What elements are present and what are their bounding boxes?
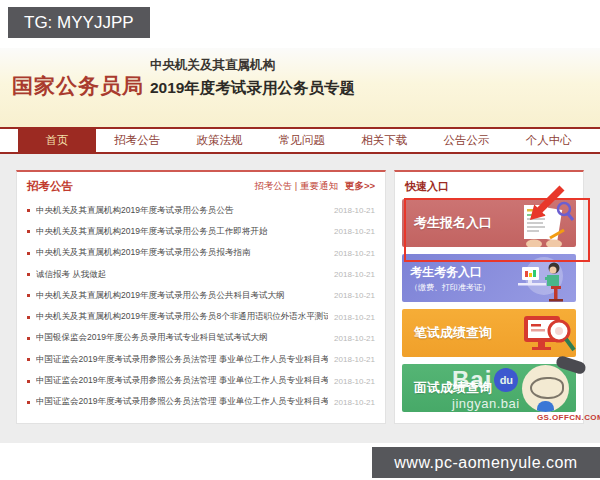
announcement-date: 2018-10-21 <box>334 227 375 236</box>
list-item: 中央机关及其直属机构2019年度考试录用公务员8个非通用语职位外语水平测试考试大… <box>27 306 375 327</box>
list-bullet <box>27 294 30 297</box>
tg-watermark-badge: TG: MYYJJPP <box>8 7 150 38</box>
announcement-date: 2018-10-21 <box>334 334 375 343</box>
nav-tab-home[interactable]: 首页 <box>18 129 96 152</box>
announcement-link[interactable]: 中国银保监会2019年度公务员录用考试专业科目笔试考试大纲 <box>36 332 328 344</box>
list-bullet <box>27 230 30 233</box>
announcement-link[interactable]: 中央机关及其直属机构2019年度考试录用公务员公共科目考试大纲 <box>36 290 328 302</box>
written-score-query-button[interactable]: 笔试成绩查询 <box>402 309 576 357</box>
announcement-link[interactable]: 诚信报考 从我做起 <box>36 269 328 281</box>
announcement-date: 2018-10-21 <box>334 355 375 364</box>
announcement-date: 2018-10-21 <box>334 291 375 300</box>
list-bullet <box>27 209 30 212</box>
subtitle-line1: 中央机关及其直属机构 <box>150 57 355 74</box>
announcements-panel: 招考公告 招考公告 | 重要通知 更多>> 中央机关及其直属机构2019年度考试… <box>16 170 386 424</box>
more-link[interactable]: 更多>> <box>345 180 375 193</box>
nav-tab-announcements[interactable]: 招考公告 <box>96 129 178 152</box>
list-item: 中央机关及其直属机构2019年度考试录用公务员公告 2018-10-21 <box>27 200 375 221</box>
site-logo: 国家公务员局 <box>12 72 144 100</box>
exam-affairs-label: 考生考务入口 （缴费、打印准考证） <box>410 264 490 293</box>
list-bullet <box>27 316 30 319</box>
monitor-magnifier-illustration <box>496 309 576 357</box>
list-bullet <box>27 380 30 383</box>
subtitle-line2: 2019年度考试录用公务员专题 <box>150 78 355 99</box>
quick-entry-buttons: 考生报名入口 <box>395 197 583 412</box>
interview-score-query-button[interactable]: 面试成绩查询 <box>402 364 576 412</box>
announcement-date: 2018-10-21 <box>334 270 375 279</box>
announcements-title: 招考公告 <box>27 179 73 194</box>
list-item: 诚信报考 从我做起 2018-10-21 <box>27 264 375 285</box>
list-item: 中国银保监会2019年度公务员录用考试专业科目笔试考试大纲 2018-10-21 <box>27 328 375 349</box>
site-url-watermark-badge: www.pc-aomenyule.com <box>372 447 600 478</box>
announcement-link[interactable]: 中央机关及其直属机构2019年度考试录用公务员8个非通用语职位外语水平测试考试大… <box>36 311 328 323</box>
announcement-link[interactable]: 中央机关及其直属机构2019年度考试录用公务员工作即将开始 <box>36 226 328 238</box>
gov-website: 国家公务员局 中央机关及其直属机构 2019年度考试录用公务员专题 首页 招考公… <box>0 48 600 443</box>
screenshot-canvas: TG: MYYJJPP 国家公务员局 中央机关及其直属机构 2019年度考试录用… <box>0 0 600 480</box>
list-bullet <box>27 273 30 276</box>
list-item: 中国证监会2019年度考试录用参照公务员法管理 事业单位工作人员专业科目考试大纲… <box>27 349 375 370</box>
list-item: 中央机关及其直属机构2019年度考试录用公务员工作即将开始 2018-10-21 <box>27 221 375 242</box>
list-bullet <box>27 401 30 404</box>
quick-entry-title: 快速入口 <box>395 172 583 197</box>
announcement-date: 2018-10-21 <box>334 249 375 258</box>
nav-tab-public-notice[interactable]: 公告公示 <box>425 129 507 152</box>
list-item: 中国证监会2019年度考试录用参照公务员法管理 事业单位工作人员专业科目考试大纲… <box>27 392 375 413</box>
exam-affairs-entry-button[interactable]: 考生考务入口 （缴费、打印准考证） <box>402 254 576 302</box>
announcement-link[interactable]: 中央机关及其直属机构2019年度考试录用公务员报考指南 <box>36 247 328 259</box>
announcements-list: 中央机关及其直属机构2019年度考试录用公务员公告 2018-10-21 中央机… <box>17 200 385 413</box>
announcement-link[interactable]: 中国证监会2019年度考试录用参照公务员法管理 事业单位工作人员专业科目考试大纲… <box>36 375 328 387</box>
announcement-link[interactable]: 中国证监会2019年度考试录用参照公务员法管理 事业单位工作人员专业科目考试大纲… <box>36 396 328 408</box>
announcement-date: 2018-10-21 <box>334 398 375 407</box>
list-bullet <box>27 337 30 340</box>
list-bullet <box>27 358 30 361</box>
registration-entry-label: 考生报名入口 <box>414 214 492 232</box>
registration-entry-button[interactable]: 考生报名入口 <box>402 199 576 247</box>
site-header: 国家公务员局 中央机关及其直属机构 2019年度考试录用公务员专题 <box>0 48 600 127</box>
nav-tab-faq[interactable]: 常见问题 <box>261 129 343 152</box>
documents-illustration <box>496 199 576 247</box>
list-item: 中国证监会2019年度考试录用参照公务员法管理 事业单位工作人员专业科目考试大纲… <box>27 370 375 391</box>
written-score-label: 笔试成绩查询 <box>414 324 492 342</box>
announcement-date: 2018-10-21 <box>334 313 375 322</box>
main-nav: 首页 招考公告 政策法规 常见问题 相关下载 公告公示 个人中心 <box>0 127 600 154</box>
nav-tab-policies[interactable]: 政策法规 <box>178 129 260 152</box>
list-item: 中央机关及其直属机构2019年度考试录用公务员公共科目考试大纲 2018-10-… <box>27 285 375 306</box>
content-area: 招考公告 招考公告 | 重要通知 更多>> 中央机关及其直属机构2019年度考试… <box>0 154 600 443</box>
list-item: 中央机关及其直属机构2019年度考试录用公务员报考指南 2018-10-21 <box>27 243 375 264</box>
nav-tab-personal-center[interactable]: 个人中心 <box>508 129 590 152</box>
announcement-link[interactable]: 中央机关及其直属机构2019年度考试录用公务员公告 <box>36 205 328 217</box>
nav-tab-downloads[interactable]: 相关下载 <box>343 129 425 152</box>
list-bullet <box>27 252 30 255</box>
announcement-link[interactable]: 中国证监会2019年度考试录用参照公务员法管理 事业单位工作人员专业科目考试大纲… <box>36 354 328 366</box>
interview-score-label: 面试成绩查询 <box>414 379 492 397</box>
announcements-tab-links[interactable]: 招考公告 | 重要通知 <box>254 180 338 193</box>
announcement-date: 2018-10-21 <box>334 206 375 215</box>
person-at-computer-illustration <box>496 254 576 302</box>
site-subtitle: 中央机关及其直属机构 2019年度考试录用公务员专题 <box>150 57 355 99</box>
quick-entry-panel: 快速入口 考生报名入口 <box>394 170 584 424</box>
announcements-header: 招考公告 招考公告 | 重要通知 更多>> <box>17 172 385 197</box>
announcement-date: 2018-10-21 <box>334 377 375 386</box>
